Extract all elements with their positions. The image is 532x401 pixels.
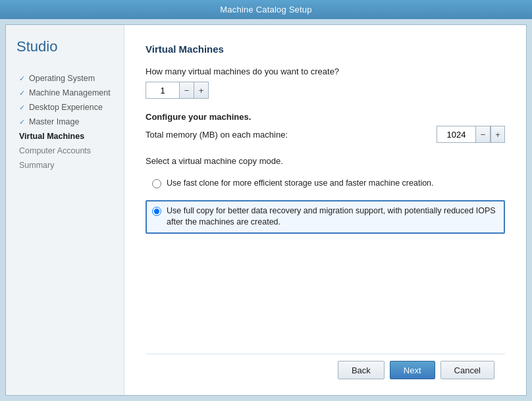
memory-label: Total memory (MB) on each machine:: [146, 130, 437, 140]
vm-count-row: − +: [146, 82, 505, 99]
full-copy-label: Use full copy for better data recovery a…: [167, 205, 498, 228]
sidebar-label-mi: Master Image: [29, 117, 79, 126]
sidebar-item-master-image[interactable]: ✓ Master Image: [6, 115, 124, 129]
sidebar-item-virtual-machines[interactable]: Virtual Machines: [6, 129, 124, 144]
sidebar-label-ca: Computer Accounts: [19, 146, 91, 155]
vm-count-input[interactable]: [146, 82, 180, 99]
check-icon-mm: ✓: [19, 89, 25, 97]
dialog-wrapper: Machine Catalog Setup Studio ✓ Operating…: [0, 0, 532, 401]
full-copy-radio[interactable]: [152, 207, 161, 216]
plus-icon: +: [199, 86, 204, 95]
main-content: Virtual Machines How many virtual machin…: [124, 25, 526, 395]
sidebar-label-summary: Summary: [19, 161, 54, 170]
sidebar-item-desktop-experience[interactable]: ✓ Desktop Experience: [6, 100, 124, 115]
memory-plus-button[interactable]: +: [491, 126, 505, 143]
full-copy-option[interactable]: Use full copy for better data recovery a…: [146, 200, 505, 234]
fast-clone-radio[interactable]: [152, 179, 161, 188]
footer: Back Next Cancel: [146, 354, 505, 385]
sidebar-item-machine-management[interactable]: ✓ Machine Management: [6, 86, 124, 100]
check-icon-os: ✓: [19, 74, 25, 83]
next-button[interactable]: Next: [390, 361, 435, 379]
vm-count-minus-button[interactable]: −: [180, 82, 194, 99]
sidebar-title: Studio: [6, 38, 124, 71]
sidebar-item-operating-system[interactable]: ✓ Operating System: [6, 71, 124, 86]
fast-clone-option[interactable]: Use fast clone for more efficient storag…: [146, 173, 505, 195]
cancel-button[interactable]: Cancel: [440, 361, 494, 379]
dialog-body: Studio ✓ Operating System ✓ Machine Mana…: [5, 24, 527, 396]
fast-clone-label: Use fast clone for more efficient storag…: [167, 178, 434, 190]
configure-label: Configure your machines.: [146, 112, 505, 122]
vm-count-plus-button[interactable]: +: [194, 82, 209, 99]
sidebar-label-mm: Machine Management: [29, 88, 111, 97]
sidebar-label-os: Operating System: [29, 74, 95, 83]
check-icon-mi: ✓: [19, 118, 25, 126]
sidebar-item-computer-accounts[interactable]: Computer Accounts: [6, 144, 124, 158]
vm-count-question: How many virtual machines do you want to…: [146, 67, 505, 76]
minus-icon: −: [184, 86, 190, 95]
title-bar: Machine Catalog Setup: [0, 0, 532, 19]
memory-minus-icon: −: [481, 130, 486, 140]
check-icon-de: ✓: [19, 103, 25, 112]
sidebar-label-vm: Virtual Machines: [19, 132, 84, 141]
memory-input[interactable]: [437, 126, 476, 143]
sidebar: Studio ✓ Operating System ✓ Machine Mana…: [6, 25, 124, 395]
title-text: Machine Catalog Setup: [220, 5, 311, 14]
memory-row: Total memory (MB) on each machine: − +: [146, 126, 505, 143]
sidebar-label-de: Desktop Experience: [29, 103, 103, 112]
section-title: Virtual Machines: [146, 43, 505, 55]
memory-minus-button[interactable]: −: [476, 126, 491, 143]
back-button[interactable]: Back: [338, 361, 385, 379]
copy-mode-label: Select a virtual machine copy mode.: [146, 156, 505, 166]
sidebar-item-summary[interactable]: Summary: [6, 158, 124, 173]
memory-plus-icon: +: [495, 130, 500, 140]
